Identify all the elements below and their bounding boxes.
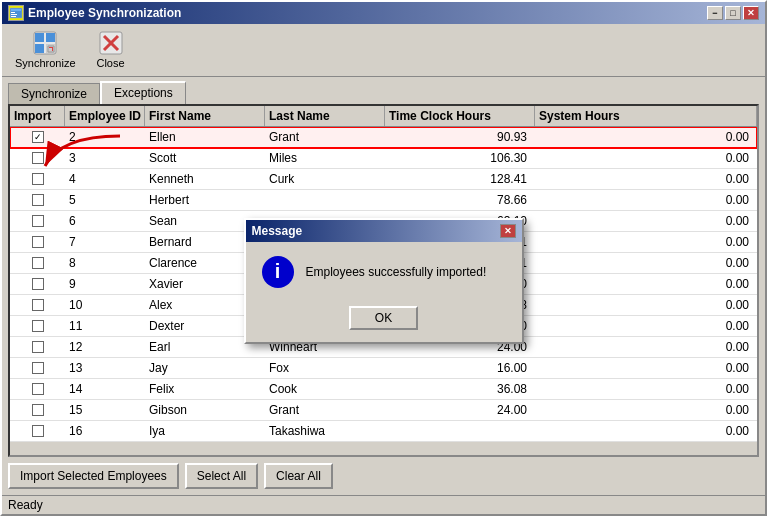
toolbar: Synchronize Close	[2, 24, 765, 77]
sync-toolbar-button[interactable]: Synchronize	[8, 28, 83, 72]
dialog-body: i Employees successfully imported!	[246, 242, 522, 302]
dialog-ok-button[interactable]: OK	[349, 306, 418, 330]
content-area: Import Employee ID First Name Last Name …	[8, 104, 759, 457]
svg-rect-6	[35, 33, 44, 42]
window-close-button[interactable]: ✕	[743, 6, 759, 20]
title-buttons: − □ ✕	[707, 6, 759, 20]
sync-icon	[33, 31, 57, 55]
clear-all-button[interactable]: Clear All	[264, 463, 333, 489]
status-bar: Ready	[2, 495, 765, 514]
message-dialog: Message ✕ i Employees successfully impor…	[244, 218, 524, 344]
svg-rect-4	[11, 16, 16, 17]
dialog-title-bar: Message ✕	[246, 220, 522, 242]
import-selected-button[interactable]: Import Selected Employees	[8, 463, 179, 489]
main-window: Employee Synchronization − □ ✕	[0, 0, 767, 516]
svg-rect-1	[11, 9, 21, 11]
dialog-overlay: Message ✕ i Employees successfully impor…	[10, 106, 757, 455]
sync-toolbar-label: Synchronize	[15, 57, 76, 69]
close-toolbar-button[interactable]: Close	[87, 28, 135, 72]
minimize-button[interactable]: −	[707, 6, 723, 20]
title-bar: Employee Synchronization − □ ✕	[2, 2, 765, 24]
app-icon	[8, 5, 24, 21]
svg-rect-7	[46, 33, 55, 42]
title-bar-left: Employee Synchronization	[8, 5, 181, 21]
maximize-button[interactable]: □	[725, 6, 741, 20]
dialog-close-button[interactable]: ✕	[500, 224, 516, 238]
select-all-button[interactable]: Select All	[185, 463, 258, 489]
close-toolbar-label: Close	[96, 57, 124, 69]
bottom-buttons: Import Selected Employees Select All Cle…	[2, 457, 765, 495]
window-title: Employee Synchronization	[28, 6, 181, 20]
dialog-title-text: Message	[252, 224, 303, 238]
close-toolbar-icon	[99, 31, 123, 55]
svg-rect-8	[35, 44, 44, 53]
status-text: Ready	[8, 498, 43, 512]
tabs-area: Synchronize Exceptions	[2, 77, 765, 104]
dialog-footer: OK	[246, 302, 522, 342]
svg-rect-11	[52, 47, 53, 51]
svg-rect-2	[11, 12, 15, 13]
svg-rect-3	[11, 14, 17, 15]
dialog-message: Employees successfully imported!	[306, 265, 487, 279]
tab-exceptions[interactable]: Exceptions	[100, 81, 186, 104]
info-icon: i	[262, 256, 294, 288]
tab-synchronize[interactable]: Synchronize	[8, 83, 100, 106]
